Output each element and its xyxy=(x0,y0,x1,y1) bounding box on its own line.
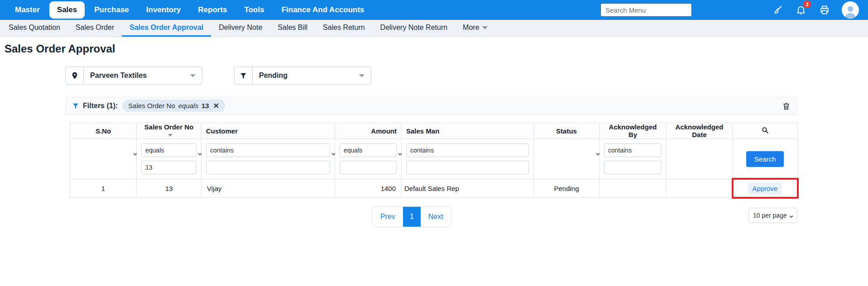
location-pin-icon xyxy=(66,67,84,84)
filter-chip-operator: equals xyxy=(178,102,198,110)
filter-cell-amount: equals xyxy=(335,139,402,179)
acknowledged-by-filter-input[interactable] xyxy=(604,161,662,174)
customer-filter-input[interactable] xyxy=(206,161,330,174)
filter-toolbar: Parveen Textiles Pending xyxy=(65,67,868,85)
customer-operator-select[interactable]: contains xyxy=(206,143,330,157)
filter-chip-value: 13 xyxy=(201,102,209,110)
cell-sno: 1 xyxy=(70,179,137,198)
nav-item-finance[interactable]: Finance And Accounts xyxy=(274,1,372,19)
pagination: Prev 1 Next xyxy=(372,206,451,227)
sort-caret-icon xyxy=(168,134,173,137)
clear-filters-trash-icon[interactable] xyxy=(782,101,791,110)
topnav-icon-cluster: 3 xyxy=(771,1,859,19)
subnav-delivery-note[interactable]: Delivery Note xyxy=(211,20,270,37)
next-page-button[interactable]: Next xyxy=(421,207,451,227)
funnel-filter-icon xyxy=(235,67,253,84)
subnav-label: More xyxy=(463,24,479,32)
funnel-filter-icon xyxy=(72,102,79,110)
cell-action: Approve xyxy=(733,179,798,198)
sales-order-no-filter-input[interactable] xyxy=(141,161,197,174)
filter-cell-sales-order-no: equals xyxy=(137,139,201,179)
sales-man-filter-input[interactable] xyxy=(406,161,529,174)
cell-customer: Vijay xyxy=(201,179,335,198)
table-row: 1 13 Vijay 1400 Default Sales Rep Pendin… xyxy=(70,179,798,198)
acknowledged-by-operator-select[interactable]: contains xyxy=(604,143,662,157)
theme-brush-icon[interactable] xyxy=(771,4,784,16)
column-header-acknowledged-by: Acknowledged By xyxy=(599,123,667,139)
filter-chip-field: Sales Order No xyxy=(128,102,175,110)
filters-count-label: Filters (1): xyxy=(83,102,118,110)
subnav-more[interactable]: More xyxy=(455,20,495,37)
status-filter-dropdown[interactable]: Pending xyxy=(234,67,371,85)
notifications-bell-icon[interactable]: 3 xyxy=(795,4,807,16)
pagination-row: Prev 1 Next 10 per page xyxy=(70,206,797,228)
search-button[interactable]: Search xyxy=(746,151,784,167)
subnav-sales-order-approval[interactable]: Sales Order Approval xyxy=(122,20,211,37)
sales-subnav: Sales Quotation Sales Order Sales Order … xyxy=(0,20,868,37)
subnav-label: Sales Quotation xyxy=(9,24,60,32)
user-avatar[interactable] xyxy=(842,1,859,19)
sales-order-no-operator-select[interactable]: equals xyxy=(141,143,197,157)
sales-man-operator-select[interactable]: contains xyxy=(406,143,529,157)
location-dropdown[interactable]: Parveen Textiles xyxy=(65,67,202,85)
search-menu-input[interactable] xyxy=(600,3,692,17)
filter-cell-status xyxy=(534,139,599,179)
cell-acknowledged-by xyxy=(599,179,667,198)
chevron-down-icon xyxy=(190,67,202,84)
subnav-label: Sales Return xyxy=(323,24,365,32)
subnav-label: Delivery Note Return xyxy=(380,24,448,32)
subnav-sales-return[interactable]: Sales Return xyxy=(315,20,373,37)
filter-cell-sales-man: contains xyxy=(402,139,534,179)
nav-item-sales[interactable]: Sales xyxy=(49,1,85,19)
printer-icon[interactable] xyxy=(818,4,831,16)
subnav-sales-quotation[interactable]: Sales Quotation xyxy=(1,20,68,37)
status-dropdown-value: Pending xyxy=(253,67,359,84)
table-filter-row: equals contains equals contains xyxy=(70,139,798,179)
column-header-status: Status xyxy=(534,123,599,139)
nav-item-inventory[interactable]: Inventory xyxy=(139,1,189,19)
filter-cell-acknowledged-date xyxy=(667,139,733,179)
column-header-sales-order-no[interactable]: Sales Order No xyxy=(137,123,201,139)
cell-acknowledged-date xyxy=(667,179,733,198)
filter-cell-search: Search xyxy=(733,139,798,179)
subnav-label: Sales Order Approval xyxy=(129,24,203,32)
remove-filter-icon[interactable] xyxy=(213,103,219,109)
page-title: Sales Order Approval xyxy=(5,43,868,55)
filter-chip: Sales Order No equals 13 xyxy=(122,100,225,112)
per-page-select[interactable]: 10 per page xyxy=(748,208,797,223)
top-navbar: Master Sales Purchase Inventory Reports … xyxy=(0,0,868,20)
subnav-sales-order[interactable]: Sales Order xyxy=(68,20,122,37)
column-header-customer: Customer xyxy=(201,123,335,139)
page-1-button[interactable]: 1 xyxy=(403,207,421,227)
column-header-sales-man: Sales Man xyxy=(402,123,534,139)
column-header-acknowledged-date: Acknowledged Date xyxy=(667,123,733,139)
sales-order-approval-table: S.No Sales Order No Customer Amount Sale… xyxy=(70,123,798,198)
active-filters-bar: Filters (1): Sales Order No equals 13 xyxy=(65,97,797,114)
prev-page-button[interactable]: Prev xyxy=(373,207,403,227)
cell-sales-man: Default Sales Rep xyxy=(402,179,534,198)
nav-item-reports[interactable]: Reports xyxy=(190,1,235,19)
cell-sales-order-no: 13 xyxy=(137,179,201,198)
column-header-search xyxy=(733,123,798,139)
filter-cell-sno xyxy=(70,139,137,179)
approve-link[interactable]: Approve xyxy=(748,182,782,195)
nav-item-tools[interactable]: Tools xyxy=(237,1,272,19)
chevron-down-icon xyxy=(482,26,488,29)
column-header-sno: S.No xyxy=(70,123,137,139)
column-header-label: Sales Order No xyxy=(144,123,193,131)
filter-cell-acknowledged-by: contains xyxy=(599,139,667,179)
table-header-row: S.No Sales Order No Customer Amount Sale… xyxy=(70,123,798,139)
amount-filter-input[interactable] xyxy=(340,161,397,174)
nav-item-purchase[interactable]: Purchase xyxy=(86,1,137,19)
subnav-label: Delivery Note xyxy=(219,24,262,32)
subnav-label: Sales Order xyxy=(76,24,114,32)
chevron-down-icon xyxy=(359,67,371,84)
amount-operator-select[interactable]: equals xyxy=(340,143,397,157)
subnav-sales-bill[interactable]: Sales Bill xyxy=(270,20,315,37)
cell-status: Pending xyxy=(534,179,599,198)
subnav-delivery-note-return[interactable]: Delivery Note Return xyxy=(373,20,456,37)
cell-amount: 1400 xyxy=(335,179,402,198)
search-column-icon[interactable] xyxy=(761,126,769,134)
column-header-amount: Amount xyxy=(335,123,402,139)
nav-item-master[interactable]: Master xyxy=(7,1,48,19)
